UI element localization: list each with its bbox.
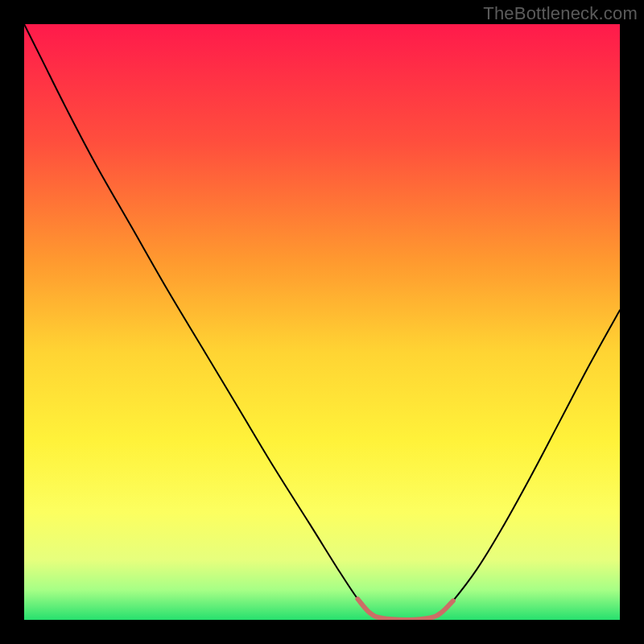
chart-frame: TheBottleneck.com (0, 0, 644, 644)
gradient-background (24, 24, 620, 620)
plot-area (24, 24, 620, 620)
watermark-text: TheBottleneck.com (483, 3, 638, 24)
chart-svg (24, 24, 620, 620)
